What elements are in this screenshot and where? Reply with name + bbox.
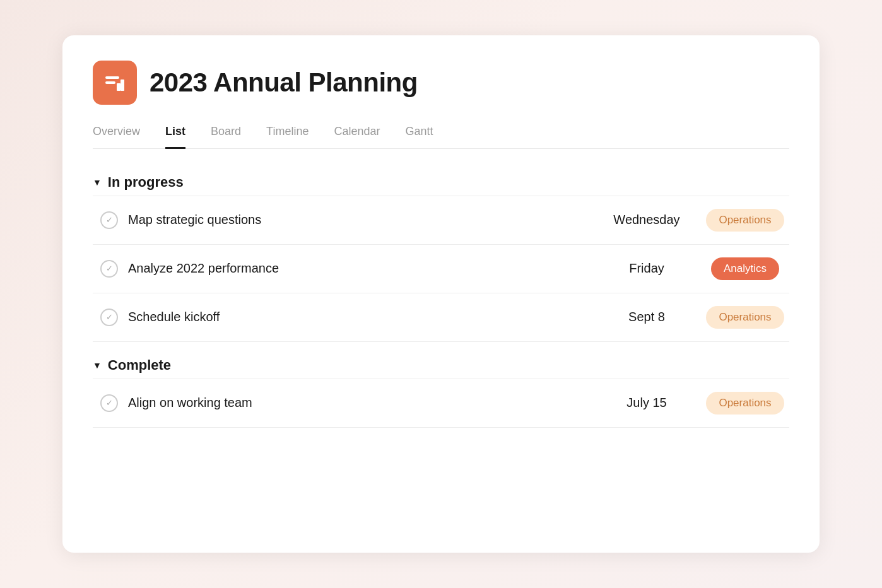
tab-list[interactable]: List [165,125,185,149]
project-title-row: 2023 Annual Planning [93,61,789,105]
task-date: Friday [603,261,691,276]
section-header-complete: ▼ Complete [93,357,789,373]
project-icon [93,61,137,105]
chevron-down-icon: ▼ [93,177,102,187]
check-symbol: ✓ [106,264,113,273]
task-check-icon[interactable]: ✓ [100,260,118,278]
tab-calendar[interactable]: Calendar [334,125,380,149]
task-date: Wednesday [603,213,691,227]
task-tag: Operations [701,209,789,232]
task-name: Schedule kickoff [128,310,592,324]
content-area: ▼ In progress ✓ Map strategic questions … [62,149,820,453]
tab-board[interactable]: Board [211,125,241,149]
svg-rect-0 [105,76,119,79]
tab-gantt[interactable]: Gantt [405,125,433,149]
section-title-inprogress: In progress [108,174,184,191]
tag-label: Operations [706,209,784,232]
check-symbol: ✓ [106,398,113,408]
tag-label: Operations [706,306,784,329]
task-name: Align on working team [128,396,592,410]
task-name: Map strategic questions [128,213,592,227]
task-name: Analyze 2022 performance [128,261,592,276]
tag-label: Analytics [711,257,779,280]
svg-rect-1 [105,81,115,84]
card-header: 2023 Annual Planning Overview List Board… [62,35,820,149]
project-title: 2023 Annual Planning [150,68,418,98]
task-row: ✓ Schedule kickoff Sept 8 Operations [93,293,789,342]
task-tag: Operations [701,306,789,329]
task-check-icon[interactable]: ✓ [100,309,118,326]
section-header-inprogress: ▼ In progress [93,174,789,191]
tab-timeline[interactable]: Timeline [266,125,309,149]
section-title-complete: Complete [108,357,171,373]
check-symbol: ✓ [106,215,113,225]
task-tag: Analytics [701,257,789,280]
svg-rect-3 [117,83,121,91]
task-list-complete: ✓ Align on working team July 15 Operatio… [93,379,789,428]
check-symbol: ✓ [106,312,113,322]
main-card: 2023 Annual Planning Overview List Board… [62,35,820,553]
task-row: ✓ Align on working team July 15 Operatio… [93,379,789,428]
tabs-nav: Overview List Board Timeline Calendar Ga… [93,125,789,149]
tab-overview[interactable]: Overview [93,125,140,149]
task-date: Sept 8 [603,310,691,324]
tag-label: Operations [706,392,784,415]
chevron-down-icon: ▼ [93,360,102,370]
task-row: ✓ Map strategic questions Wednesday Oper… [93,196,789,245]
svg-rect-2 [121,79,124,91]
task-date: July 15 [603,396,691,410]
task-tag: Operations [701,392,789,415]
task-row: ✓ Analyze 2022 performance Friday Analyt… [93,245,789,293]
task-list-inprogress: ✓ Map strategic questions Wednesday Oper… [93,196,789,342]
task-check-icon[interactable]: ✓ [100,394,118,412]
task-check-icon[interactable]: ✓ [100,211,118,229]
